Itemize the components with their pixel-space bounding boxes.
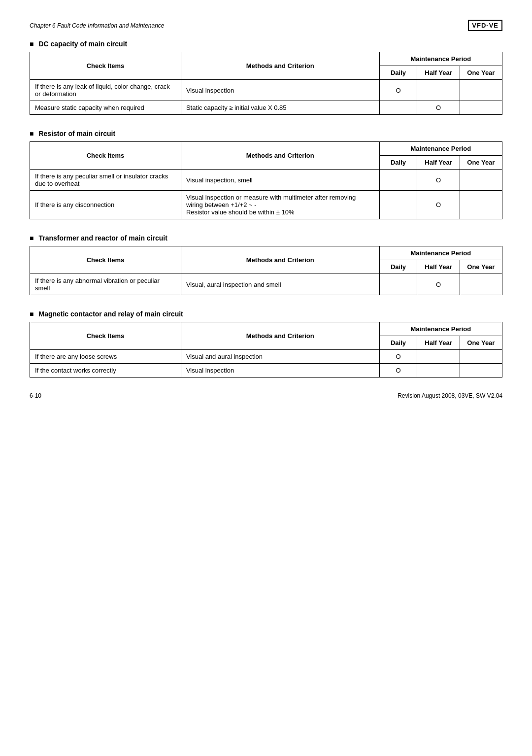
cell-check-1: Measure static capacity when required xyxy=(30,101,181,115)
cell-method-1: Static capacity ≥ initial value X 0.85 xyxy=(181,101,379,115)
col-header-half: Half Year xyxy=(417,66,460,80)
cell-method-1: Visual inspection xyxy=(181,364,379,378)
cell-daily-0 xyxy=(379,274,417,295)
table-magnetic-contactor: Check ItemsMethods and CriterionMaintena… xyxy=(30,322,502,378)
table-row: If there is any abnormal vibration or pe… xyxy=(30,274,502,295)
section-title-magnetic-contactor: Magnetic contactor and relay of main cir… xyxy=(30,310,502,318)
col-header-one: One Year xyxy=(460,156,502,170)
cell-daily-1: O xyxy=(379,364,417,378)
col-header-check: Check Items xyxy=(30,52,181,80)
cell-method-1: Visual inspection or measure with multim… xyxy=(181,191,379,219)
cell-one-1 xyxy=(460,191,502,219)
cell-half-0 xyxy=(417,350,460,364)
cell-daily-0: O xyxy=(379,350,417,364)
cell-method-0: Visual inspection xyxy=(181,80,379,101)
cell-half-1: O xyxy=(417,191,460,219)
col-header-methods: Methods and Criterion xyxy=(181,322,379,350)
page-header: Chapter 6 Fault Code Information and Mai… xyxy=(30,20,502,31)
cell-one-1 xyxy=(460,101,502,115)
cell-half-0: O xyxy=(417,170,460,191)
col-header-methods: Methods and Criterion xyxy=(181,52,379,80)
col-header-methods: Methods and Criterion xyxy=(181,246,379,274)
page-number: 6-10 xyxy=(30,392,41,399)
cell-one-0 xyxy=(460,350,502,364)
cell-daily-0: O xyxy=(379,80,417,101)
cell-daily-0 xyxy=(379,170,417,191)
section-transformer: Transformer and reactor of main circuitC… xyxy=(30,234,502,295)
section-title-transformer: Transformer and reactor of main circuit xyxy=(30,234,502,242)
cell-daily-1 xyxy=(379,101,417,115)
cell-half-0 xyxy=(417,80,460,101)
cell-check-1: If the contact works correctly xyxy=(30,364,181,378)
section-title-resistor: Resistor of main circuit xyxy=(30,130,502,137)
revision-info: Revision August 2008, 03VE, SW V2.04 xyxy=(398,392,502,399)
cell-check-0: If there is any abnormal vibration or pe… xyxy=(30,274,181,295)
logo: VFD-VE xyxy=(468,20,502,31)
cell-check-0: If there are any loose screws xyxy=(30,350,181,364)
col-header-daily: Daily xyxy=(379,66,417,80)
col-header-check: Check Items xyxy=(30,246,181,274)
cell-one-0 xyxy=(460,80,502,101)
col-header-daily: Daily xyxy=(379,336,417,350)
col-header-daily: Daily xyxy=(379,156,417,170)
col-header-daily: Daily xyxy=(379,260,417,274)
col-header-check: Check Items xyxy=(30,322,181,350)
table-resistor: Check ItemsMethods and CriterionMaintena… xyxy=(30,141,502,219)
col-header-half: Half Year xyxy=(417,260,460,274)
table-row: If there are any loose screwsVisual and … xyxy=(30,350,502,364)
col-header-maintenance: Maintenance Period xyxy=(379,322,502,336)
table-row: If there is any disconnectionVisual insp… xyxy=(30,191,502,219)
cell-half-1: O xyxy=(417,101,460,115)
col-header-half: Half Year xyxy=(417,156,460,170)
cell-one-0 xyxy=(460,170,502,191)
cell-one-0 xyxy=(460,274,502,295)
col-header-one: One Year xyxy=(460,260,502,274)
cell-check-1: If there is any disconnection xyxy=(30,191,181,219)
cell-method-0: Visual and aural inspection xyxy=(181,350,379,364)
cell-daily-1 xyxy=(379,191,417,219)
section-magnetic-contactor: Magnetic contactor and relay of main cir… xyxy=(30,310,502,378)
col-header-maintenance: Maintenance Period xyxy=(379,52,502,66)
col-header-maintenance: Maintenance Period xyxy=(379,142,502,156)
table-dc-capacity: Check ItemsMethods and CriterionMaintena… xyxy=(30,52,502,115)
col-header-half: Half Year xyxy=(417,336,460,350)
page-footer: 6-10 Revision August 2008, 03VE, SW V2.0… xyxy=(30,392,502,399)
col-header-one: One Year xyxy=(460,336,502,350)
table-transformer: Check ItemsMethods and CriterionMaintena… xyxy=(30,246,502,295)
table-row: Measure static capacity when requiredSta… xyxy=(30,101,502,115)
cell-half-0: O xyxy=(417,274,460,295)
cell-check-0: If there is any leak of liquid, color ch… xyxy=(30,80,181,101)
table-row: If the contact works correctlyVisual ins… xyxy=(30,364,502,378)
col-header-one: One Year xyxy=(460,66,502,80)
table-row: If there is any leak of liquid, color ch… xyxy=(30,80,502,101)
chapter-title: Chapter 6 Fault Code Information and Mai… xyxy=(30,22,165,29)
cell-check-0: If there is any peculiar smell or insula… xyxy=(30,170,181,191)
section-resistor: Resistor of main circuitCheck ItemsMetho… xyxy=(30,130,502,219)
table-row: If there is any peculiar smell or insula… xyxy=(30,170,502,191)
col-header-methods: Methods and Criterion xyxy=(181,142,379,170)
cell-method-0: Visual inspection, smell xyxy=(181,170,379,191)
section-title-dc-capacity: DC capacity of main circuit xyxy=(30,40,502,48)
cell-one-1 xyxy=(460,364,502,378)
cell-method-0: Visual, aural inspection and smell xyxy=(181,274,379,295)
section-dc-capacity: DC capacity of main circuitCheck ItemsMe… xyxy=(30,40,502,115)
col-header-check: Check Items xyxy=(30,142,181,170)
cell-half-1 xyxy=(417,364,460,378)
col-header-maintenance: Maintenance Period xyxy=(379,246,502,260)
